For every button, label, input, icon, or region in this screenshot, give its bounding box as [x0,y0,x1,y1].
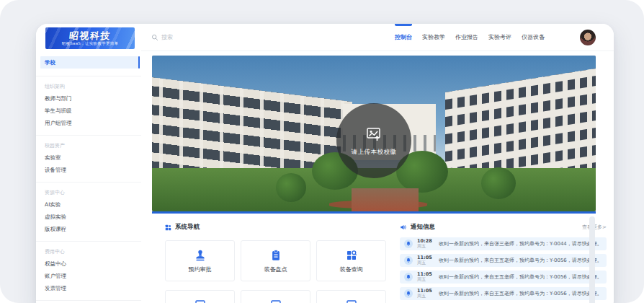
nav-card-label: 装备查询 [340,265,363,273]
notifications-header: 通知信息 查看更多> [400,219,607,237]
sidebar-section-title: 校园资产 [36,140,141,152]
nav-card[interactable] [316,290,386,303]
notification-text: 收到一条新的预约，来自王五老师，预约单号为：Y-0056，请尽快处理。 [439,257,602,264]
brand-name: 昭视科技 [68,31,111,40]
photo-tree [481,167,516,199]
main-content: 请上传本校校徽 系统导航 预约审批 [141,50,614,303]
hero-underline [152,211,596,214]
nav-card-label: 预约审批 [189,265,212,273]
clipboard-icon [269,249,282,262]
image-upload-icon [365,126,383,143]
sidebar-item[interactable]: 用户组管理 [36,117,141,129]
bell-icon [404,256,413,265]
partial-icon [194,299,207,303]
upload-hint-text: 请上传本校校徽 [352,148,397,157]
notification-text: 收到一条新的预约，来自王五老师，预约单号为：Y-0056，请尽快处理。 [439,290,602,297]
nav-cards-row-1: 预约审批 装备盘点 装备查询 [165,240,386,281]
top-nav-item[interactable]: 作业报告 [455,24,478,50]
notification-row[interactable]: 11:05 周五 收到一条新的预约，来自王五老师，预约单号为：Y-0056，请尽… [400,287,607,300]
sidebar-item[interactable]: 虚拟实验 [36,211,141,223]
notification-day: 周五 [417,294,434,299]
sidebar: 学校 组织架构 教师与部门学生与班级用户组管理 校园资产 实验室设备管理 资源中… [36,50,141,303]
notification-text: 收到一条新的预约，来自张三老师，预约单号为：Y-0044，请尽快处理。 [439,240,602,247]
photo-path [352,188,418,211]
notification-list: 10:28 周五 收到一条新的预约，来自张三老师，预约单号为：Y-0044，请尽… [400,237,607,300]
top-nav-item[interactable]: 仪器设备 [522,24,545,50]
sidebar-item[interactable]: 学生与班级 [36,105,141,117]
notifications-panel: 通知信息 查看更多> 10:28 周五 收到一条新的预约，来自张三老师，预约单号… [395,219,620,303]
notification-day: 周五 [417,244,434,249]
top-nav: 控制台实验教学作业报告实验考评仪器设备 [395,24,545,50]
sidebar-item[interactable]: 学校 [40,56,138,69]
user-avatar[interactable] [580,30,596,45]
nav-card[interactable]: 预约审批 [165,240,235,281]
brand-slogan: 昭视SaaS，让实验教学更简单 [62,42,119,46]
sidebar-section: 组织架构 教师与部门学生与班级用户组管理 [36,76,141,132]
partial-icon [269,299,282,303]
sidebar-item[interactable]: 发票管理 [36,282,141,294]
grid-icon [165,224,171,231]
sidebar-item[interactable]: 权益中心 [36,258,141,270]
speaker-icon [400,224,407,231]
sidebar-section-title: 组织架构 [36,81,141,92]
page-background: 昭视科技 昭视SaaS，让实验教学更简单 搜索 控制台实验教学作业报告实验考评仪… [0,0,644,303]
nav-card[interactable]: 装备查询 [316,240,386,281]
top-nav-item[interactable]: 实验教学 [422,24,445,50]
campus-photo: 请上传本校校徽 [152,56,596,211]
sidebar-section: 校园资产 实验室设备管理 [36,135,141,179]
nav-cards-row-2 [165,290,386,303]
notification-day: 周五 [417,277,434,282]
nav-card[interactable]: 装备盘点 [241,240,310,281]
nav-card-label: 装备盘点 [264,265,287,273]
sidebar-item[interactable]: 版权课程 [36,223,141,235]
top-bar: 昭视科技 昭视SaaS，让实验教学更简单 搜索 控制台实验教学作业报告实验考评仪… [36,24,614,51]
notification-row[interactable]: 11:05 周五 收到一条新的预约，来自王五老师，预约单号为：Y-0056，请尽… [400,254,607,267]
system-nav-panel: 系统导航 预约审批 装备盘点 装备查询 [152,219,386,303]
dashboard-panels: 系统导航 预约审批 装备盘点 装备查询 [152,219,596,303]
sidebar-item[interactable]: 实验室 [36,152,141,164]
nav-card[interactable] [165,290,235,303]
search-input[interactable]: 搜索 [151,24,173,50]
sidebar-item[interactable]: 教师与部门 [36,92,141,105]
search-placeholder: 搜索 [161,33,173,41]
sidebar-section: 数据中心 系统概况 [36,300,141,303]
system-nav-title: 系统导航 [175,223,200,232]
stamp-icon [194,249,207,262]
sidebar-item[interactable]: 设备管理 [36,164,141,176]
notification-row[interactable]: 11:05 周五 收到一条新的预约，来自王五老师，预约单号为：Y-0056，请尽… [400,271,607,284]
search-icon [151,34,158,41]
upload-school-logo-button[interactable]: 请上传本校校徽 [336,103,411,178]
partial-icon [345,299,358,303]
bell-icon [404,289,413,298]
sidebar-section: 学校 [36,55,141,73]
sidebar-section-title: 费用中心 [36,246,141,258]
grid-search-icon [345,249,358,262]
system-nav-header: 系统导航 [165,219,386,237]
top-nav-item[interactable]: 控制台 [395,24,412,50]
notification-row[interactable]: 10:28 周五 收到一条新的预约，来自张三老师，预约单号为：Y-0044，请尽… [400,237,607,250]
notifications-title: 通知信息 [411,223,435,232]
sidebar-item[interactable]: 账户管理 [36,270,141,282]
sidebar-section: 费用中心 权益中心账户管理发票管理 [36,241,141,297]
top-nav-item[interactable]: 实验考评 [488,24,511,50]
bell-icon [404,240,413,248]
sidebar-item[interactable]: AI实验 [36,198,141,211]
notification-text: 收到一条新的预约，来自王五老师，预约单号为：Y-0056，请尽快处理。 [439,273,602,281]
sidebar-section-title: 资源中心 [36,187,141,198]
nav-card[interactable] [241,290,310,303]
scrollbar-thumb[interactable] [589,216,595,303]
brand-logo[interactable]: 昭视科技 昭视SaaS，让实验教学更简单 [45,27,135,49]
bell-icon [404,273,413,281]
app-window: 昭视科技 昭视SaaS，让实验教学更简单 搜索 控制台实验教学作业报告实验考评仪… [36,24,614,303]
sidebar-section: 资源中心 AI实验虚拟实验版权课程 [36,182,141,238]
notification-day: 周五 [417,260,434,265]
